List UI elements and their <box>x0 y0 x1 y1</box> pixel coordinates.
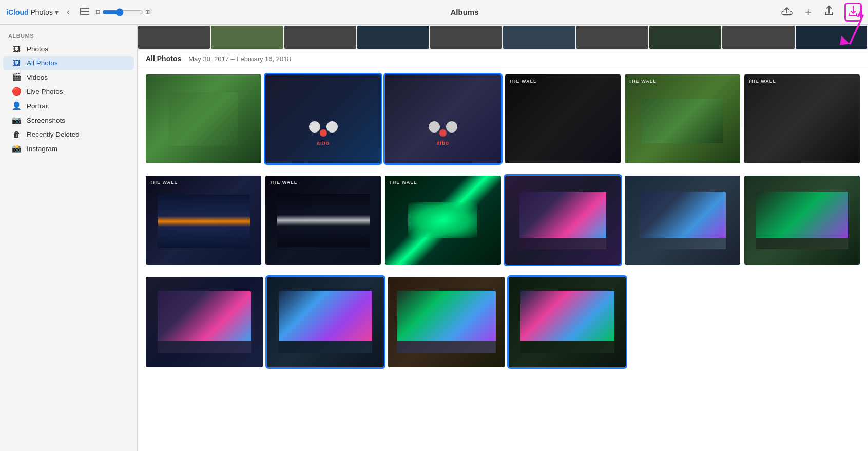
strip-photo[interactable] <box>503 26 575 49</box>
zoom-control: ⊟ ⊞ <box>95 8 150 16</box>
photo-row-3 <box>146 277 860 367</box>
sidebar-item-recently-deleted-label: Recently Deleted <box>27 130 80 138</box>
sidebar-item-photos-label: Photos <box>27 45 48 53</box>
svg-rect-1 <box>80 11 89 12</box>
strip-photo[interactable] <box>138 26 210 49</box>
photo-cell[interactable] <box>146 74 261 163</box>
svg-rect-3 <box>80 8 81 15</box>
sidebar-item-live-photos-label: Live Photos <box>27 88 63 96</box>
main-layout: Albums 🖼 Photos 🖼 All Photos 🎬 Videos 🔴 … <box>0 25 868 451</box>
strip-photo[interactable] <box>649 26 721 49</box>
instagram-icon: 📸 <box>11 144 22 153</box>
photo-cell[interactable] <box>146 277 263 367</box>
photo-cell[interactable]: aibo <box>265 74 381 163</box>
toolbar-right: + <box>779 3 862 22</box>
screenshots-icon: 📷 <box>11 116 22 125</box>
sidebar-item-portrait[interactable]: 👤 Portrait <box>3 99 134 113</box>
zoom-in-icon: ⊞ <box>145 9 150 15</box>
photo-row-2: THE WALL THE WALL THE WALL <box>146 176 860 265</box>
svg-rect-2 <box>80 14 89 15</box>
toolbar: iCloud Photos ▾ ‹ ⊟ ⊞ Albums + <box>0 0 868 25</box>
photo-cell[interactable]: THE WALL <box>265 176 381 265</box>
photo-cell[interactable] <box>744 176 860 265</box>
sidebar-item-instagram-label: Instagram <box>27 145 57 153</box>
sidebar-toggle-button[interactable] <box>78 6 91 18</box>
upload-to-cloud-button[interactable] <box>779 4 795 21</box>
photo-cell[interactable]: THE WALL <box>625 74 740 163</box>
toolbar-left: iCloud Photos ▾ ‹ ⊟ ⊞ <box>6 5 150 20</box>
add-button[interactable]: + <box>803 4 814 21</box>
photo-cell[interactable] <box>505 176 621 265</box>
photo-cell[interactable]: THE WALL <box>385 176 500 265</box>
content-tab-label: All Photos <box>146 54 181 63</box>
toolbar-title: Albums <box>156 8 773 16</box>
content-header: All Photos May 30, 2017 – February 16, 2… <box>138 50 868 66</box>
sidebar-item-all-photos[interactable]: 🖼 All Photos <box>3 56 134 70</box>
photo-cell[interactable]: THE WALL <box>744 74 860 163</box>
sidebar-item-all-photos-label: All Photos <box>27 59 58 67</box>
all-photos-icon: 🖼 <box>11 59 22 67</box>
photo-strip <box>138 25 868 50</box>
portrait-icon: 👤 <box>11 101 22 110</box>
photos-icon: 🖼 <box>11 45 22 53</box>
photo-grid: aibo aibo THE WALL <box>138 66 868 375</box>
strip-photo[interactable] <box>284 26 356 49</box>
sidebar-item-videos-label: Videos <box>27 73 48 81</box>
strip-photo[interactable] <box>576 26 648 49</box>
sidebar-section-label: Albums <box>0 31 137 42</box>
photo-cell[interactable] <box>388 277 505 367</box>
app-logo: iCloud Photos ▾ <box>6 8 59 16</box>
strip-photo[interactable] <box>430 26 502 49</box>
sidebar-item-screenshots-label: Screenshots <box>27 117 65 124</box>
share-button[interactable] <box>822 3 836 21</box>
sidebar-item-photos[interactable]: 🖼 Photos <box>3 42 134 56</box>
content-date-range: May 30, 2017 – February 16, 2018 <box>188 55 291 63</box>
sidebar-item-videos[interactable]: 🎬 Videos <box>3 70 134 84</box>
zoom-out-icon: ⊟ <box>95 9 100 15</box>
photo-cell[interactable]: aibo <box>385 74 500 163</box>
videos-icon: 🎬 <box>11 72 22 82</box>
photo-cell[interactable] <box>267 277 384 367</box>
sidebar-item-live-photos[interactable]: 🔴 Live Photos <box>3 84 134 99</box>
photo-cell[interactable] <box>509 277 626 367</box>
strip-photo[interactable] <box>722 26 794 49</box>
photo-cell[interactable] <box>625 176 740 265</box>
sidebar-item-screenshots[interactable]: 📷 Screenshots <box>3 113 134 127</box>
sidebar-item-instagram[interactable]: 📸 Instagram <box>3 141 134 156</box>
strip-photo[interactable] <box>357 26 429 49</box>
live-photos-icon: 🔴 <box>11 87 22 96</box>
sidebar: Albums 🖼 Photos 🖼 All Photos 🎬 Videos 🔴 … <box>0 25 138 451</box>
zoom-slider[interactable] <box>102 8 143 16</box>
sidebar-item-portrait-label: Portrait <box>27 102 49 110</box>
recently-deleted-icon: 🗑 <box>11 130 22 139</box>
back-button[interactable]: ‹ <box>63 5 74 20</box>
photo-content-area: All Photos May 30, 2017 – February 16, 2… <box>138 25 868 451</box>
strip-photo[interactable] <box>796 26 867 49</box>
strip-photo[interactable] <box>211 26 283 49</box>
photo-cell[interactable]: THE WALL <box>505 74 621 163</box>
svg-rect-0 <box>80 8 89 9</box>
photo-row-1: aibo aibo THE WALL <box>146 74 860 163</box>
sidebar-item-recently-deleted[interactable]: 🗑 Recently Deleted <box>3 127 134 141</box>
photo-cell[interactable]: THE WALL <box>146 176 261 265</box>
download-button[interactable] <box>844 3 862 22</box>
